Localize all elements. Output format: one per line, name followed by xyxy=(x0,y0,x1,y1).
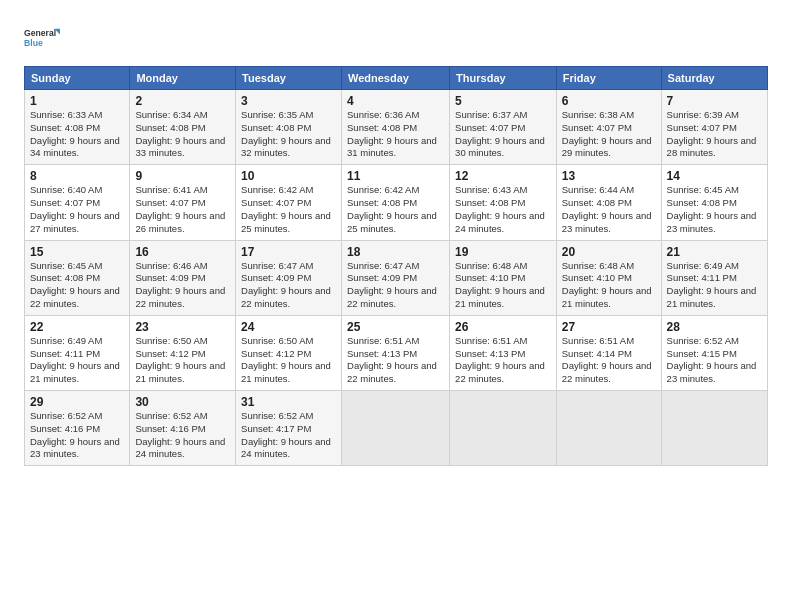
day-number: 9 xyxy=(135,169,230,183)
calendar-cell: 15Sunrise: 6:45 AMSunset: 4:08 PMDayligh… xyxy=(25,240,130,315)
calendar-cell: 29Sunrise: 6:52 AMSunset: 4:16 PMDayligh… xyxy=(25,391,130,466)
cell-text: Sunrise: 6:44 AMSunset: 4:08 PMDaylight:… xyxy=(562,184,652,233)
cell-text: Sunrise: 6:33 AMSunset: 4:08 PMDaylight:… xyxy=(30,109,120,158)
cell-text: Sunrise: 6:52 AMSunset: 4:15 PMDaylight:… xyxy=(667,335,757,384)
page: General Blue SundayMondayTuesdayWednesda… xyxy=(0,0,792,612)
calendar-cell: 30Sunrise: 6:52 AMSunset: 4:16 PMDayligh… xyxy=(130,391,236,466)
calendar-cell: 14Sunrise: 6:45 AMSunset: 4:08 PMDayligh… xyxy=(661,165,767,240)
cell-text: Sunrise: 6:43 AMSunset: 4:08 PMDaylight:… xyxy=(455,184,545,233)
calendar-cell: 8Sunrise: 6:40 AMSunset: 4:07 PMDaylight… xyxy=(25,165,130,240)
cell-text: Sunrise: 6:42 AMSunset: 4:08 PMDaylight:… xyxy=(347,184,437,233)
cell-text: Sunrise: 6:47 AMSunset: 4:09 PMDaylight:… xyxy=(241,260,331,309)
cell-text: Sunrise: 6:45 AMSunset: 4:08 PMDaylight:… xyxy=(30,260,120,309)
cell-text: Sunrise: 6:35 AMSunset: 4:08 PMDaylight:… xyxy=(241,109,331,158)
svg-text:General: General xyxy=(24,28,56,38)
calendar-cell: 28Sunrise: 6:52 AMSunset: 4:15 PMDayligh… xyxy=(661,315,767,390)
calendar: SundayMondayTuesdayWednesdayThursdayFrid… xyxy=(24,66,768,466)
calendar-cell: 4Sunrise: 6:36 AMSunset: 4:08 PMDaylight… xyxy=(342,90,450,165)
calendar-cell: 31Sunrise: 6:52 AMSunset: 4:17 PMDayligh… xyxy=(236,391,342,466)
cell-text: Sunrise: 6:50 AMSunset: 4:12 PMDaylight:… xyxy=(135,335,225,384)
day-number: 12 xyxy=(455,169,551,183)
calendar-cell: 18Sunrise: 6:47 AMSunset: 4:09 PMDayligh… xyxy=(342,240,450,315)
day-number: 31 xyxy=(241,395,336,409)
calendar-cell: 24Sunrise: 6:50 AMSunset: 4:12 PMDayligh… xyxy=(236,315,342,390)
calendar-cell: 17Sunrise: 6:47 AMSunset: 4:09 PMDayligh… xyxy=(236,240,342,315)
calendar-cell: 9Sunrise: 6:41 AMSunset: 4:07 PMDaylight… xyxy=(130,165,236,240)
cell-text: Sunrise: 6:52 AMSunset: 4:16 PMDaylight:… xyxy=(135,410,225,459)
day-number: 26 xyxy=(455,320,551,334)
day-number: 17 xyxy=(241,245,336,259)
cell-text: Sunrise: 6:48 AMSunset: 4:10 PMDaylight:… xyxy=(455,260,545,309)
cell-text: Sunrise: 6:50 AMSunset: 4:12 PMDaylight:… xyxy=(241,335,331,384)
cell-text: Sunrise: 6:41 AMSunset: 4:07 PMDaylight:… xyxy=(135,184,225,233)
calendar-cell: 16Sunrise: 6:46 AMSunset: 4:09 PMDayligh… xyxy=(130,240,236,315)
calendar-cell: 7Sunrise: 6:39 AMSunset: 4:07 PMDaylight… xyxy=(661,90,767,165)
day-number: 30 xyxy=(135,395,230,409)
calendar-header: SundayMondayTuesdayWednesdayThursdayFrid… xyxy=(25,67,768,90)
day-number: 23 xyxy=(135,320,230,334)
calendar-cell: 3Sunrise: 6:35 AMSunset: 4:08 PMDaylight… xyxy=(236,90,342,165)
col-header-sunday: Sunday xyxy=(25,67,130,90)
calendar-cell: 21Sunrise: 6:49 AMSunset: 4:11 PMDayligh… xyxy=(661,240,767,315)
day-number: 22 xyxy=(30,320,124,334)
cell-text: Sunrise: 6:52 AMSunset: 4:16 PMDaylight:… xyxy=(30,410,120,459)
day-number: 2 xyxy=(135,94,230,108)
calendar-cell: 20Sunrise: 6:48 AMSunset: 4:10 PMDayligh… xyxy=(556,240,661,315)
logo-icon: General Blue xyxy=(24,20,60,56)
cell-text: Sunrise: 6:51 AMSunset: 4:14 PMDaylight:… xyxy=(562,335,652,384)
day-number: 4 xyxy=(347,94,444,108)
day-number: 29 xyxy=(30,395,124,409)
day-number: 3 xyxy=(241,94,336,108)
day-number: 1 xyxy=(30,94,124,108)
day-number: 7 xyxy=(667,94,762,108)
day-number: 27 xyxy=(562,320,656,334)
calendar-cell: 25Sunrise: 6:51 AMSunset: 4:13 PMDayligh… xyxy=(342,315,450,390)
day-number: 18 xyxy=(347,245,444,259)
week-row-2: 8Sunrise: 6:40 AMSunset: 4:07 PMDaylight… xyxy=(25,165,768,240)
day-number: 14 xyxy=(667,169,762,183)
day-number: 15 xyxy=(30,245,124,259)
calendar-cell xyxy=(661,391,767,466)
cell-text: Sunrise: 6:46 AMSunset: 4:09 PMDaylight:… xyxy=(135,260,225,309)
col-header-tuesday: Tuesday xyxy=(236,67,342,90)
week-row-5: 29Sunrise: 6:52 AMSunset: 4:16 PMDayligh… xyxy=(25,391,768,466)
calendar-cell: 2Sunrise: 6:34 AMSunset: 4:08 PMDaylight… xyxy=(130,90,236,165)
col-header-saturday: Saturday xyxy=(661,67,767,90)
cell-text: Sunrise: 6:45 AMSunset: 4:08 PMDaylight:… xyxy=(667,184,757,233)
day-number: 10 xyxy=(241,169,336,183)
cell-text: Sunrise: 6:51 AMSunset: 4:13 PMDaylight:… xyxy=(347,335,437,384)
header: General Blue xyxy=(24,20,768,56)
calendar-cell xyxy=(450,391,557,466)
cell-text: Sunrise: 6:37 AMSunset: 4:07 PMDaylight:… xyxy=(455,109,545,158)
cell-text: Sunrise: 6:47 AMSunset: 4:09 PMDaylight:… xyxy=(347,260,437,309)
day-number: 20 xyxy=(562,245,656,259)
calendar-cell xyxy=(342,391,450,466)
day-number: 25 xyxy=(347,320,444,334)
calendar-cell xyxy=(556,391,661,466)
col-header-friday: Friday xyxy=(556,67,661,90)
cell-text: Sunrise: 6:40 AMSunset: 4:07 PMDaylight:… xyxy=(30,184,120,233)
col-header-monday: Monday xyxy=(130,67,236,90)
calendar-cell: 12Sunrise: 6:43 AMSunset: 4:08 PMDayligh… xyxy=(450,165,557,240)
day-number: 11 xyxy=(347,169,444,183)
calendar-cell: 1Sunrise: 6:33 AMSunset: 4:08 PMDaylight… xyxy=(25,90,130,165)
cell-text: Sunrise: 6:49 AMSunset: 4:11 PMDaylight:… xyxy=(667,260,757,309)
calendar-cell: 10Sunrise: 6:42 AMSunset: 4:07 PMDayligh… xyxy=(236,165,342,240)
calendar-cell: 26Sunrise: 6:51 AMSunset: 4:13 PMDayligh… xyxy=(450,315,557,390)
calendar-cell: 5Sunrise: 6:37 AMSunset: 4:07 PMDaylight… xyxy=(450,90,557,165)
calendar-cell: 19Sunrise: 6:48 AMSunset: 4:10 PMDayligh… xyxy=(450,240,557,315)
header-row: SundayMondayTuesdayWednesdayThursdayFrid… xyxy=(25,67,768,90)
calendar-cell: 22Sunrise: 6:49 AMSunset: 4:11 PMDayligh… xyxy=(25,315,130,390)
cell-text: Sunrise: 6:42 AMSunset: 4:07 PMDaylight:… xyxy=(241,184,331,233)
day-number: 8 xyxy=(30,169,124,183)
cell-text: Sunrise: 6:39 AMSunset: 4:07 PMDaylight:… xyxy=(667,109,757,158)
day-number: 24 xyxy=(241,320,336,334)
calendar-cell: 23Sunrise: 6:50 AMSunset: 4:12 PMDayligh… xyxy=(130,315,236,390)
cell-text: Sunrise: 6:49 AMSunset: 4:11 PMDaylight:… xyxy=(30,335,120,384)
cell-text: Sunrise: 6:51 AMSunset: 4:13 PMDaylight:… xyxy=(455,335,545,384)
cell-text: Sunrise: 6:48 AMSunset: 4:10 PMDaylight:… xyxy=(562,260,652,309)
svg-text:Blue: Blue xyxy=(24,38,43,48)
calendar-cell: 27Sunrise: 6:51 AMSunset: 4:14 PMDayligh… xyxy=(556,315,661,390)
week-row-4: 22Sunrise: 6:49 AMSunset: 4:11 PMDayligh… xyxy=(25,315,768,390)
logo: General Blue xyxy=(24,20,64,56)
